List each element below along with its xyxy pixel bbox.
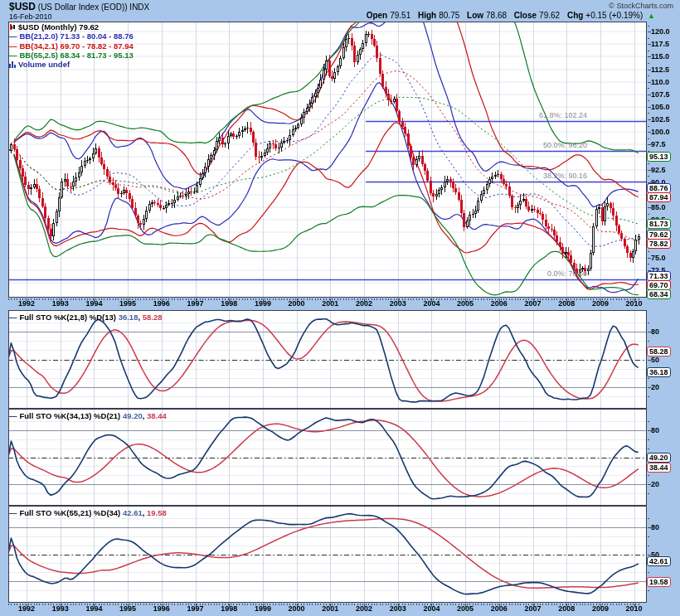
sto3-swatch: — bbox=[9, 508, 17, 517]
x-axis-year-label: 2001 bbox=[315, 299, 345, 308]
x-axis-year-label: 1993 bbox=[46, 299, 75, 308]
sto3-k-value: 42.61 bbox=[123, 508, 143, 517]
fib-annotation: 61.8%: 102.24 bbox=[539, 111, 587, 119]
x-axis-year-label: 2010 bbox=[619, 604, 649, 613]
stoch-level-label: 20 bbox=[651, 480, 659, 488]
x-axis-year-label: 2006 bbox=[484, 299, 514, 308]
open-label: Open bbox=[367, 11, 388, 20]
chart-title: $USD (US Dollar Index (EOD)) INDX bbox=[9, 1, 149, 12]
stoch-d-badge: 58.28 bbox=[647, 347, 671, 357]
y-axis-tick-label: 107.5 bbox=[651, 90, 670, 99]
volume-label: Volume undef bbox=[18, 60, 70, 69]
stoch-d-badge: 38.44 bbox=[647, 463, 671, 473]
x-axis-year-label: 2004 bbox=[416, 299, 446, 308]
y-axis-tick-label: 100.0 bbox=[651, 128, 670, 136]
panel-legend-sto-34-13: —Full STO %K(34,13) %D(21) 49.20, 38.44 bbox=[9, 411, 167, 420]
close-label: Close bbox=[514, 11, 537, 20]
x-axis-year-label: 1999 bbox=[248, 604, 278, 613]
x-axis-year-label: 2007 bbox=[518, 604, 548, 613]
panel-legend-sto-55-21: —Full STO %K(55,21) %D(34) 42.61, 19.58 bbox=[9, 508, 167, 517]
x-axis-year-label: 2008 bbox=[551, 299, 581, 308]
symbol: $USD bbox=[9, 1, 36, 12]
chart-date: 16-Feb-2010 bbox=[9, 12, 52, 21]
main-legend: $USD (Monthly) 79.62 —BB(21,2.0) 71.33 -… bbox=[9, 22, 134, 69]
y-axis-tick-label: 112.5 bbox=[651, 65, 669, 74]
x-axis-year-label: 2006 bbox=[484, 604, 514, 613]
x-axis-year-label: 1993 bbox=[46, 604, 75, 613]
x-axis-year-label: 1996 bbox=[147, 299, 177, 308]
sto2-k-value: 49.20 bbox=[123, 411, 143, 420]
stoch-level-label: 80 bbox=[651, 523, 659, 531]
y-axis-tick-label: 115.0 bbox=[651, 52, 669, 61]
x-axis-year-label: 2000 bbox=[282, 299, 312, 308]
y-axis-tick-label: 105.0 bbox=[651, 103, 670, 111]
x-axis-year-label: 2000 bbox=[282, 604, 312, 613]
x-axis-year-label: 1998 bbox=[214, 299, 244, 308]
bb55-swatch: — bbox=[9, 51, 17, 60]
symbol-name: (US Dollar Index (EOD)) INDX bbox=[38, 2, 149, 12]
legend-bb21-row: —BB(21,2.0) 71.33 - 80.04 - 88.76 bbox=[9, 32, 134, 41]
price-badge: 69.70 bbox=[647, 280, 671, 290]
x-axis-year-label: 1997 bbox=[181, 299, 211, 308]
x-axis-year-label: 1998 bbox=[214, 604, 244, 613]
x-axis-year-label: 2004 bbox=[416, 604, 446, 613]
x-axis-year-label: 1992 bbox=[12, 604, 41, 613]
x-axis-year-label: 2007 bbox=[518, 299, 548, 308]
bb55-label: BB(55,2.5) 68.34 - 81.73 - 95.13 bbox=[20, 51, 134, 60]
chg-value: +0.15 (+0.19%) bbox=[585, 11, 643, 20]
low-value: 78.68 bbox=[486, 11, 507, 20]
x-axis-year-label: 2003 bbox=[383, 299, 413, 308]
copyright: © StockCharts.com bbox=[609, 2, 673, 10]
volume-bars-icon bbox=[9, 61, 17, 68]
price-badge: 78.82 bbox=[647, 239, 671, 249]
x-axis-year-label: 1994 bbox=[79, 299, 109, 308]
fib-annotation: 0.0%: 70.60 bbox=[547, 269, 587, 278]
legend-title: $USD (Monthly) 79.62 bbox=[18, 22, 99, 32]
change-up-arrow: ▲ bbox=[648, 12, 655, 20]
x-axis-year-label: 1996 bbox=[147, 604, 177, 613]
x-axis-year-label: 1994 bbox=[79, 604, 109, 613]
x-axis-year-label: 2001 bbox=[315, 604, 345, 613]
y-axis-tick-label: 110.0 bbox=[651, 78, 669, 86]
legend-bb55-row: —BB(55,2.5) 68.34 - 81.73 - 95.13 bbox=[9, 51, 134, 60]
stoch-k-badge: 49.20 bbox=[647, 453, 671, 463]
fib-annotation: 50.0%: 96.20 bbox=[543, 141, 587, 149]
open-value: 79.51 bbox=[390, 11, 410, 20]
y-axis-tick-label: 75.0 bbox=[651, 254, 666, 262]
fib-annotation: 38.2%: 90.16 bbox=[543, 172, 587, 180]
stockcharts-usd-monthly-chart: $USD (US Dollar Index (EOD)) INDX © Stoc… bbox=[0, 0, 680, 616]
x-axis-year-label: 2005 bbox=[450, 299, 480, 308]
legend-volume-row: Volume undef bbox=[9, 60, 134, 69]
sto1-d-value: 58.28 bbox=[143, 313, 163, 322]
stoch-level-label: 20 bbox=[651, 383, 659, 391]
sto2-d-value: 38.44 bbox=[147, 411, 167, 420]
x-axis-year-label: 2009 bbox=[585, 604, 615, 613]
x-axis-year-label: 1995 bbox=[113, 299, 143, 308]
panel-legend-sto-21-8: —Full STO %K(21,8) %D(13) 36.18, 58.28 bbox=[9, 313, 162, 322]
x-axis-year-label: 2003 bbox=[383, 604, 413, 613]
price-badge: 87.94 bbox=[647, 192, 671, 202]
sto2-label: Full STO %K(34,13) %D(21) bbox=[20, 411, 121, 420]
x-axis-year-label: 2008 bbox=[551, 604, 581, 613]
stoch-level-label: 80 bbox=[651, 426, 659, 434]
bb21-label: BB(21,2.0) 71.33 - 80.04 - 88.76 bbox=[20, 32, 134, 41]
price-badge: 81.73 bbox=[647, 219, 671, 229]
stoch-k-badge: 36.18 bbox=[647, 367, 671, 377]
x-axis-year-label: 2005 bbox=[450, 604, 480, 613]
low-label: Low bbox=[467, 11, 483, 20]
high-value: 80.75 bbox=[439, 11, 459, 20]
price-badge: 95.13 bbox=[647, 152, 671, 162]
y-axis-tick-label: 117.5 bbox=[651, 40, 669, 48]
stoch-level-label: 80 bbox=[651, 327, 659, 336]
legend-bb34-row: —BB(34,2.1) 69.70 - 78.82 - 87.94 bbox=[9, 41, 134, 51]
bb21-swatch: — bbox=[9, 32, 17, 41]
close-value: 79.62 bbox=[539, 11, 560, 20]
chart-canvas bbox=[0, 0, 680, 616]
price-badge: 79.62 bbox=[647, 230, 671, 240]
y-axis-tick-label: 120.0 bbox=[651, 27, 670, 36]
x-axis-year-label: 2010 bbox=[619, 299, 649, 308]
price-badge: 71.33 bbox=[647, 271, 671, 281]
x-axis-year-label: 1997 bbox=[181, 604, 211, 613]
bb34-swatch: — bbox=[9, 41, 17, 51]
candlestick-icon bbox=[9, 23, 17, 31]
